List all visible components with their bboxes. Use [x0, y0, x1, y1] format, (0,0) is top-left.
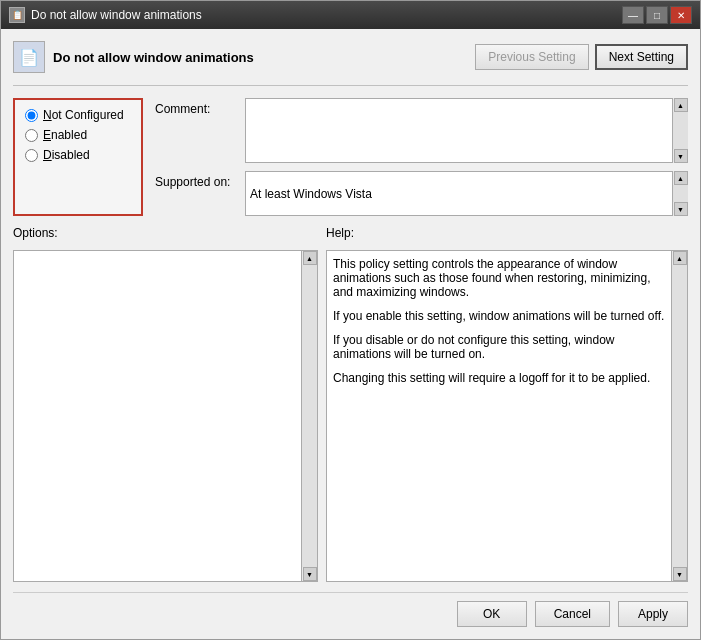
- header-divider: [13, 85, 688, 86]
- help-para-3: If you disable or do not configure this …: [333, 333, 665, 361]
- supported-input-area: At least Windows Vista ▲ ▼: [245, 171, 688, 216]
- window-title: Do not allow window animations: [31, 8, 202, 22]
- radio-not-configured-input[interactable]: [25, 109, 38, 122]
- comment-input-area: ▲ ▼: [245, 98, 688, 163]
- comment-textarea[interactable]: [245, 98, 672, 163]
- options-label: Options:: [13, 226, 58, 240]
- options-label-container: Options:: [13, 226, 318, 240]
- comment-label: Comment:: [155, 98, 245, 116]
- ok-button[interactable]: OK: [457, 601, 527, 627]
- policy-icon: 📄: [13, 41, 45, 73]
- help-para-4: Changing this setting will require a log…: [333, 371, 665, 385]
- policy-title: Do not allow window animations: [53, 50, 254, 65]
- footer: OK Cancel Apply: [13, 592, 688, 627]
- comment-scroll-track: [673, 112, 688, 149]
- upper-section: Not Configured Enabled Disabled Comment:: [13, 98, 688, 216]
- title-bar-left: 📋 Do not allow window animations: [9, 7, 202, 23]
- comment-row: Comment: ▲ ▼: [155, 98, 688, 163]
- help-text: This policy setting controls the appeara…: [333, 257, 665, 385]
- title-bar: 📋 Do not allow window animations — □ ✕: [1, 1, 700, 29]
- radio-group: Not Configured Enabled Disabled: [13, 98, 143, 216]
- title-bar-controls: — □ ✕: [622, 6, 692, 24]
- options-box: ▲ ▼: [13, 250, 318, 582]
- content-area: 📄 Do not allow window animations Previou…: [1, 29, 700, 639]
- next-setting-button[interactable]: Next Setting: [595, 44, 688, 70]
- supported-scroll-down[interactable]: ▼: [674, 202, 688, 216]
- options-scroll-track: [302, 265, 317, 567]
- help-label-container: Help:: [326, 226, 688, 240]
- cancel-button[interactable]: Cancel: [535, 601, 610, 627]
- radio-enabled-label: Enabled: [43, 128, 87, 142]
- supported-scroll-up[interactable]: ▲: [674, 171, 688, 185]
- options-content: [14, 251, 301, 581]
- previous-setting-button[interactable]: Previous Setting: [475, 44, 588, 70]
- options-panel: ▲ ▼: [13, 250, 318, 582]
- main-window: 📋 Do not allow window animations — □ ✕ 📄…: [0, 0, 701, 640]
- help-scroll-track: [672, 265, 687, 567]
- supported-label: Supported on:: [155, 171, 245, 189]
- help-box: This policy setting controls the appeara…: [326, 250, 688, 582]
- minimize-button[interactable]: —: [622, 6, 644, 24]
- radio-not-configured-label: Not Configured: [43, 108, 124, 122]
- supported-value: At least Windows Vista: [245, 171, 672, 216]
- radio-enabled-input[interactable]: [25, 129, 38, 142]
- header-left: 📄 Do not allow window animations: [13, 41, 254, 73]
- help-panel: This policy setting controls the appeara…: [326, 250, 688, 582]
- supported-scrollbar: ▲ ▼: [672, 171, 688, 216]
- window-icon: 📋: [9, 7, 25, 23]
- help-content: This policy setting controls the appeara…: [327, 251, 671, 581]
- help-label: Help:: [326, 226, 354, 240]
- maximize-button[interactable]: □: [646, 6, 668, 24]
- right-fields: Comment: ▲ ▼ Supported on:: [155, 98, 688, 216]
- comment-scroll-up[interactable]: ▲: [674, 98, 688, 112]
- radio-disabled-label: Disabled: [43, 148, 90, 162]
- header-buttons: Previous Setting Next Setting: [475, 44, 688, 70]
- help-scroll-down[interactable]: ▼: [673, 567, 687, 581]
- help-scroll-up[interactable]: ▲: [673, 251, 687, 265]
- supported-row: Supported on: At least Windows Vista ▲ ▼: [155, 171, 688, 216]
- radio-not-configured[interactable]: Not Configured: [25, 108, 131, 122]
- header-section: 📄 Do not allow window animations Previou…: [13, 41, 688, 73]
- comment-scrollbar: ▲ ▼: [672, 98, 688, 163]
- radio-enabled[interactable]: Enabled: [25, 128, 131, 142]
- radio-disabled[interactable]: Disabled: [25, 148, 131, 162]
- panel-labels: Options: Help:: [13, 226, 688, 240]
- supported-scroll-track: [673, 185, 688, 202]
- help-para-1: This policy setting controls the appeara…: [333, 257, 665, 299]
- options-scroll-up[interactable]: ▲: [303, 251, 317, 265]
- bottom-panels: ▲ ▼ This policy setting controls the app…: [13, 250, 688, 582]
- options-scrollbar: ▲ ▼: [301, 251, 317, 581]
- comment-scroll-down[interactable]: ▼: [674, 149, 688, 163]
- options-scroll-down[interactable]: ▼: [303, 567, 317, 581]
- help-para-2: If you enable this setting, window anima…: [333, 309, 665, 323]
- radio-disabled-input[interactable]: [25, 149, 38, 162]
- apply-button[interactable]: Apply: [618, 601, 688, 627]
- help-scrollbar: ▲ ▼: [671, 251, 687, 581]
- close-button[interactable]: ✕: [670, 6, 692, 24]
